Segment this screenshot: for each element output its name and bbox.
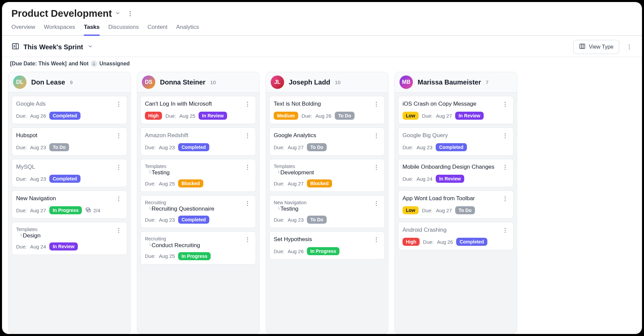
avatar[interactable]: DS [142, 75, 155, 89]
task-card[interactable]: iOS Crash on Copy MessageLowDue:Aug 27In… [398, 96, 514, 124]
tab-content[interactable]: Content [148, 24, 168, 35]
status-badge[interactable]: Completed [49, 175, 80, 183]
status-badge[interactable]: Completed [456, 238, 487, 246]
card-parent-path: Templates [16, 226, 41, 232]
filter-unassigned-label[interactable]: Unassigned [99, 61, 130, 67]
card-more-button[interactable] [501, 195, 509, 203]
avatar[interactable]: DL [13, 75, 26, 89]
svg-point-48 [376, 135, 377, 136]
card-more-button[interactable] [501, 226, 509, 234]
card-more-button[interactable] [501, 132, 509, 140]
status-badge[interactable]: In Review [199, 112, 227, 120]
columns-icon [579, 43, 586, 51]
task-card[interactable]: Templates└DevelopmentDue:Aug 27Blocked [269, 159, 385, 192]
task-card[interactable]: Can't Log In with MicrosoftHighDue:Aug 2… [141, 96, 256, 124]
card-more-button[interactable] [372, 132, 380, 140]
status-badge[interactable]: In Progress [178, 252, 211, 260]
filter-due-chip[interactable]: [Due Date: This Week] [10, 61, 67, 67]
tab-analytics[interactable]: Analytics [176, 24, 199, 35]
task-card[interactable]: Android CrashingHighDue:Aug 26Completed [398, 222, 514, 250]
svg-point-21 [118, 197, 119, 198]
svg-point-28 [118, 232, 119, 233]
card-top: iOS Crash on Copy Message [402, 100, 509, 108]
tab-discussions[interactable]: Discussions [108, 24, 139, 35]
card-more-button[interactable] [115, 132, 123, 140]
task-card[interactable]: App Wont Load from ToolbarLowDue:Aug 27T… [398, 190, 514, 219]
card-more-button[interactable] [244, 200, 252, 208]
card-title-text: Design [23, 232, 41, 239]
subheader-more-button[interactable] [625, 43, 633, 51]
card-more-button[interactable] [372, 100, 380, 108]
card-more-button[interactable] [372, 236, 380, 244]
status-badge[interactable]: In Review [49, 242, 78, 250]
task-card[interactable]: New NavigationDue:Aug 27In Progress2/4 [12, 190, 127, 219]
task-card[interactable]: Amazon RedshiftDue:Aug 23Completed [141, 127, 256, 156]
card-more-button[interactable] [115, 163, 123, 171]
task-card[interactable]: Mobile Onboarding Design ChangesDue:Aug … [398, 159, 514, 187]
card-more-button[interactable] [244, 236, 252, 244]
due-label: Due: [274, 145, 284, 150]
task-card[interactable]: Set HypothesisDue:Aug 26In Progress [269, 231, 385, 260]
task-card[interactable]: Templates└DesignDue:Aug 24In Review [12, 222, 127, 255]
status-badge[interactable]: To Do [307, 143, 327, 151]
status-badge[interactable]: In Review [455, 112, 484, 120]
task-card[interactable]: Recruiting└Conduct RecruitingDue:Aug 25I… [141, 231, 256, 264]
card-more-button[interactable] [115, 100, 123, 108]
status-badge[interactable]: Completed [49, 112, 80, 120]
column-name: Joseph Ladd [289, 78, 330, 86]
task-card[interactable]: Templates└TestingDue:Aug 25Blocked [141, 159, 256, 192]
header-more-button[interactable] [125, 9, 135, 18]
card-more-button[interactable] [244, 163, 252, 171]
status-badge[interactable]: To Do [335, 112, 355, 120]
app-window: Product Development OverviewWorkspacesTa… [2, 2, 642, 334]
status-badge[interactable]: In Progress [49, 206, 82, 214]
status-badge[interactable]: Completed [436, 143, 467, 151]
chevron-down-icon[interactable] [87, 43, 93, 51]
panel-right-icon[interactable] [11, 42, 19, 52]
person-icon [91, 60, 97, 67]
column-body[interactable]: Text is Not BoldingMediumDue:Aug 26To Do… [266, 93, 388, 334]
status-badge[interactable]: Completed [178, 143, 209, 151]
svg-point-68 [505, 197, 506, 198]
task-card[interactable]: MySQLDue:Aug 23Completed [12, 159, 127, 187]
avatar[interactable]: JL [271, 75, 284, 89]
status-badge[interactable]: Blocked [307, 179, 332, 187]
card-more-button[interactable] [115, 226, 123, 234]
status-badge[interactable]: In Progress [307, 247, 339, 255]
card-more-button[interactable] [244, 132, 252, 140]
column-body[interactable]: iOS Crash on Copy MessageLowDue:Aug 27In… [395, 93, 517, 334]
task-card[interactable]: Google AnalyticsDue:Aug 27To Do [269, 127, 385, 156]
task-card[interactable]: Text is Not BoldingMediumDue:Aug 26To Do [269, 96, 385, 124]
card-more-button[interactable] [372, 163, 380, 171]
kanban-board[interactable]: DLDon Lease9Google AdsDue:Aug 26Complete… [2, 72, 642, 334]
due-date: Aug 27 [436, 208, 452, 213]
task-card[interactable]: Recruiting└Recruiting QuestionnaireDue:A… [141, 195, 256, 228]
tab-workspaces[interactable]: Workspaces [44, 24, 75, 35]
task-card[interactable]: New Navigation└TestingDue:Aug 23To Do [269, 195, 385, 228]
column-body[interactable]: Can't Log In with MicrosoftHighDue:Aug 2… [137, 93, 259, 334]
card-parent-path: Recruiting [145, 200, 214, 206]
view-type-button[interactable]: View Type [573, 40, 619, 54]
task-card[interactable]: HubspotDue:Aug 23To Do [12, 127, 127, 156]
card-more-button[interactable] [115, 195, 123, 203]
board-title[interactable]: This Week's Sprint [23, 43, 83, 51]
column-header: JLJoseph Ladd10 [266, 72, 388, 93]
task-card[interactable]: Google Big QueryDue:Aug 23Completed [398, 127, 514, 156]
column-body[interactable]: Google AdsDue:Aug 26CompletedHubspotDue:… [8, 93, 130, 334]
status-badge[interactable]: To Do [307, 216, 327, 224]
tab-overview[interactable]: Overview [11, 24, 35, 35]
card-more-button[interactable] [372, 200, 380, 208]
status-badge[interactable]: Blocked [178, 179, 203, 187]
status-badge[interactable]: To Do [455, 206, 475, 214]
chevron-down-icon[interactable] [115, 10, 121, 17]
card-more-button[interactable] [244, 100, 252, 108]
task-card[interactable]: Google AdsDue:Aug 26Completed [12, 96, 127, 124]
card-more-button[interactable] [501, 100, 509, 108]
card-more-button[interactable] [501, 163, 509, 171]
avatar[interactable]: MB [399, 75, 413, 89]
card-title-wrap: Templates└Development [274, 163, 314, 176]
tab-tasks[interactable]: Tasks [84, 24, 100, 36]
status-badge[interactable]: Completed [178, 216, 209, 224]
status-badge[interactable]: To Do [49, 143, 69, 151]
status-badge[interactable]: In Review [436, 175, 464, 183]
